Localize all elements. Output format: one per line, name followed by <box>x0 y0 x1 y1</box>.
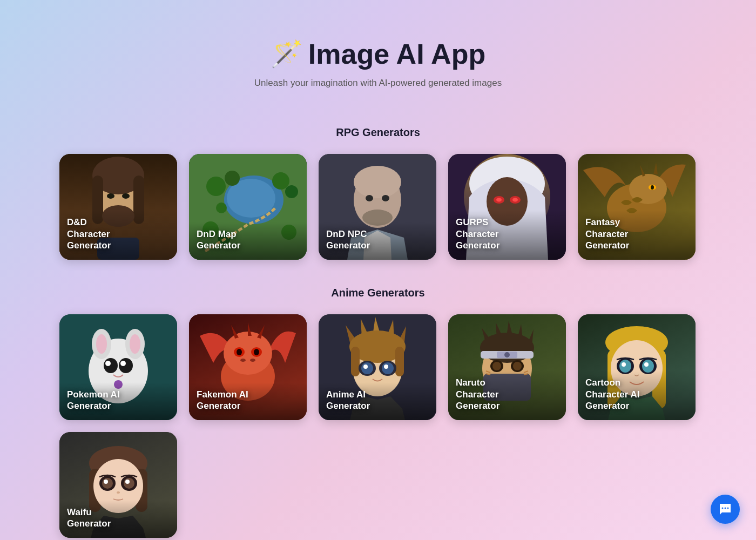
card-pokemon-label: Pokemon AIGenerator <box>59 382 177 421</box>
anime-section-title: Anime Generators <box>59 287 697 299</box>
card-anime-label: Anime AIGenerator <box>319 382 436 421</box>
chat-icon <box>718 502 733 517</box>
card-fakemon[interactable]: Fakemon AIGenerator <box>189 314 307 420</box>
anime-cards-grid: Pokemon AIGenerator <box>59 314 697 420</box>
rpg-cards-grid: D&DCharacterGenerator <box>59 154 697 260</box>
svg-point-94 <box>644 362 649 367</box>
svg-point-69 <box>361 362 373 374</box>
svg-point-107 <box>722 508 724 509</box>
card-dnd-character-label: D&DCharacterGenerator <box>59 210 177 260</box>
svg-point-82 <box>513 362 522 370</box>
svg-point-70 <box>382 362 394 374</box>
svg-point-16 <box>272 172 289 190</box>
svg-point-59 <box>254 349 259 355</box>
svg-point-78 <box>504 352 510 357</box>
svg-point-50 <box>120 361 126 366</box>
card-cartoon-label: CartoonCharacter AIGenerator <box>578 370 696 420</box>
card-gurps-label: GURPSCharacterGenerator <box>448 210 566 260</box>
svg-point-93 <box>622 362 626 367</box>
svg-point-14 <box>206 177 226 196</box>
app-title-text: Image AI App <box>308 38 485 70</box>
svg-point-17 <box>285 185 298 198</box>
svg-point-81 <box>492 362 501 370</box>
svg-point-55 <box>224 332 272 375</box>
rpg-section: RPG Generators <box>59 126 697 260</box>
card-dnd-npc[interactable]: DnD NPCGenerator <box>319 154 436 260</box>
svg-point-47 <box>104 358 118 373</box>
svg-point-49 <box>105 361 111 366</box>
svg-point-106 <box>117 491 120 494</box>
svg-rect-66 <box>395 347 404 376</box>
title-icon: 🪄 <box>271 39 303 69</box>
card-naruto-label: NarutoCharacterGenerator <box>448 370 566 420</box>
rpg-section-title: RPG Generators <box>59 126 697 139</box>
card-fantasy-label: FantasyCharacterGenerator <box>578 210 696 260</box>
svg-point-40 <box>651 185 654 190</box>
svg-point-35 <box>512 198 518 202</box>
card-waifu[interactable]: WaifuGenerator <box>59 432 177 538</box>
svg-point-108 <box>725 508 726 509</box>
card-dnd-npc-label: DnD NPCGenerator <box>319 222 436 260</box>
svg-point-25 <box>366 195 373 201</box>
svg-point-34 <box>496 198 502 202</box>
card-fakemon-label: Fakemon AIGenerator <box>189 382 307 421</box>
svg-rect-65 <box>351 347 360 376</box>
card-anime[interactable]: Anime AIGenerator <box>319 314 436 420</box>
card-naruto[interactable]: NarutoCharacterGenerator <box>448 314 566 420</box>
card-pokemon[interactable]: Pokemon AIGenerator <box>59 314 177 420</box>
svg-point-104 <box>104 480 108 484</box>
card-waifu-label: WaifuGenerator <box>59 500 177 538</box>
svg-point-24 <box>354 166 401 198</box>
card-gurps[interactable]: GURPSCharacterGenerator <box>448 154 566 260</box>
svg-point-21 <box>216 202 227 213</box>
app-subtitle: Unleash your imagination with AI-powered… <box>59 78 697 89</box>
svg-point-26 <box>382 195 389 201</box>
svg-point-60 <box>240 359 246 362</box>
svg-point-102 <box>102 478 113 489</box>
anime-cards-grid-2: WaifuGenerator <box>59 432 697 538</box>
svg-point-45 <box>96 334 107 354</box>
svg-point-6 <box>107 193 114 199</box>
svg-point-103 <box>124 478 134 489</box>
anime-section: Anime Generators <box>59 287 697 538</box>
svg-point-48 <box>119 358 133 373</box>
card-fantasy[interactable]: FantasyCharacterGenerator <box>578 154 696 260</box>
svg-point-7 <box>122 193 130 199</box>
svg-point-15 <box>225 171 240 186</box>
svg-point-72 <box>384 364 388 369</box>
chat-button[interactable] <box>711 495 740 524</box>
svg-point-46 <box>130 334 140 354</box>
svg-point-71 <box>363 364 368 369</box>
card-dnd-character[interactable]: D&DCharacterGenerator <box>59 154 177 260</box>
card-dnd-map-label: DnD MapGenerator <box>189 222 307 260</box>
svg-point-61 <box>250 359 255 362</box>
svg-point-58 <box>237 349 242 355</box>
app-title: 🪄 Image AI App <box>59 38 697 70</box>
card-dnd-map[interactable]: DnD MapGenerator <box>189 154 307 260</box>
card-cartoon[interactable]: CartoonCharacter AIGenerator <box>578 314 696 420</box>
svg-point-105 <box>125 480 130 484</box>
svg-point-109 <box>727 508 729 509</box>
page-header: 🪄 Image AI App Unleash your imagination … <box>59 22 697 99</box>
